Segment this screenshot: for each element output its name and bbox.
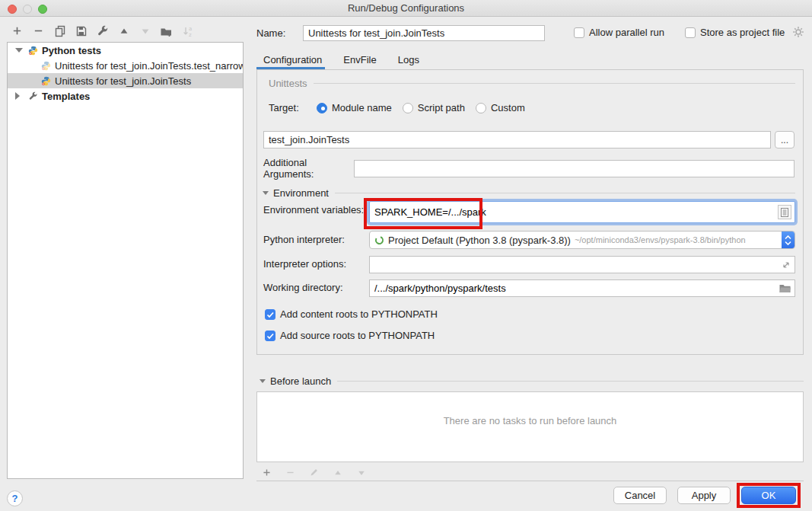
- module-name-row: ...: [263, 131, 794, 149]
- unittests-group-header: Unittests: [269, 78, 795, 89]
- remove-icon[interactable]: [32, 24, 45, 37]
- python-interpreter-label: Python interpreter:: [263, 234, 345, 245]
- python-interpreter-select[interactable]: Project Default (Python 3.8 (pyspark-3.8…: [369, 231, 795, 249]
- run-debug-configurations-dialog: Run/Debug Configurations az Python tests: [0, 0, 812, 511]
- environment-group-title: Environment: [273, 187, 329, 199]
- tab-configuration[interactable]: Configuration: [256, 53, 329, 69]
- environment-variables-input[interactable]: [370, 202, 778, 222]
- move-down-icon: [139, 24, 151, 37]
- module-name-input[interactable]: [263, 131, 771, 149]
- add-source-roots-label: Add source roots to PYTHONPATH: [280, 330, 435, 341]
- ok-button[interactable]: OK: [741, 487, 796, 504]
- python-run-config-icon: [41, 76, 51, 86]
- help-label: ?: [12, 493, 18, 504]
- radio-script-path-label[interactable]: Script path: [418, 102, 465, 113]
- tree-item-unittests-jointests-selected[interactable]: Unittests for test_join.JoinTests: [8, 73, 243, 88]
- browse-label: ...: [781, 135, 788, 145]
- tree-item-label: Unittests for test_join.JoinTests: [55, 75, 191, 87]
- chevron-down-icon[interactable]: [15, 48, 23, 53]
- active-tab-indicator: [256, 67, 325, 69]
- name-label: Name:: [256, 27, 285, 39]
- add-content-roots-option[interactable]: Add content roots to PYTHONPATH: [265, 308, 438, 320]
- before-launch-task-list: There are no tasks to run before launch: [256, 391, 804, 462]
- radio-script-path[interactable]: [403, 103, 413, 113]
- allow-parallel-run-option[interactable]: Allow parallel run: [574, 27, 664, 38]
- divider: [256, 481, 804, 481]
- remove-icon: [284, 466, 297, 479]
- folder-icon[interactable]: [779, 284, 791, 293]
- add-icon[interactable]: [11, 24, 24, 37]
- unittests-group-title: Unittests: [269, 78, 307, 89]
- edit-environment-variables-icon[interactable]: [778, 205, 791, 219]
- allow-parallel-run-checkbox[interactable]: [574, 27, 584, 38]
- add-content-roots-checkbox[interactable]: [265, 309, 275, 320]
- conda-env-icon: [374, 235, 384, 245]
- configurations-toolbar: az: [11, 24, 194, 37]
- collapse-triangle-icon[interactable]: [263, 191, 269, 195]
- copy-icon[interactable]: [53, 24, 66, 37]
- config-tabs: Configuration EnvFile Logs: [256, 53, 426, 69]
- sort-alphabetically-icon: az: [181, 24, 194, 37]
- add-source-roots-option[interactable]: Add source roots to PYTHONPATH: [265, 330, 435, 341]
- before-launch-toolbar: [260, 466, 368, 479]
- additional-arguments-row: Additional Arguments:: [263, 157, 794, 180]
- apply-button[interactable]: Apply: [677, 487, 731, 504]
- environment-group-header[interactable]: Environment: [263, 187, 795, 199]
- name-input[interactable]: [303, 25, 545, 41]
- tree-item-label: Unittests for test_join.JoinTests.test_n…: [55, 60, 243, 72]
- tree-item-label: Python tests: [42, 45, 101, 56]
- new-folder-icon[interactable]: [160, 24, 173, 37]
- additional-arguments-input[interactable]: [354, 160, 794, 177]
- help-button[interactable]: ?: [7, 490, 23, 506]
- store-as-project-file-option[interactable]: Store as project file: [685, 27, 785, 38]
- move-up-icon: [331, 466, 344, 479]
- add-icon[interactable]: [260, 466, 273, 479]
- python-interpreter-path: ~/opt/miniconda3/envs/pyspark-3.8/bin/py…: [575, 235, 779, 244]
- store-as-project-file-checkbox[interactable]: [685, 27, 696, 38]
- tree-item-unittests-test-narrow[interactable]: Unittests for test_join.JoinTests.test_n…: [8, 58, 243, 73]
- combobox-stepper-icon[interactable]: [782, 231, 794, 249]
- python-interpreter-value: Project Default (Python 3.8 (pyspark-3.8…: [388, 235, 571, 246]
- radio-custom-label[interactable]: Custom: [491, 102, 525, 113]
- working-directory-input[interactable]: [370, 280, 779, 296]
- radio-module-name[interactable]: [317, 103, 327, 113]
- python-tests-icon: [28, 46, 38, 56]
- collapse-triangle-icon[interactable]: [260, 379, 266, 383]
- tab-logs[interactable]: Logs: [391, 53, 426, 69]
- interpreter-options-field: [369, 256, 795, 273]
- move-up-icon[interactable]: [117, 24, 130, 37]
- additional-arguments-label: Additional Arguments:: [263, 157, 354, 180]
- add-source-roots-checkbox[interactable]: [265, 331, 275, 341]
- environment-variables-field: [369, 201, 795, 223]
- svg-text:z: z: [189, 31, 192, 37]
- save-icon[interactable]: [75, 24, 88, 37]
- edit-templates-wrench-icon[interactable]: [96, 24, 109, 37]
- move-down-icon: [355, 466, 368, 479]
- title-bar: Run/Debug Configurations: [0, 0, 812, 17]
- before-launch-header[interactable]: Before launch: [260, 375, 804, 387]
- python-run-config-icon: [41, 61, 51, 71]
- edit-pencil-icon: [307, 466, 320, 479]
- radio-module-name-label[interactable]: Module name: [332, 102, 392, 113]
- before-launch-title: Before launch: [270, 375, 331, 387]
- expand-icon[interactable]: [782, 260, 791, 270]
- radio-custom[interactable]: [476, 103, 486, 113]
- store-as-project-file-label: Store as project file: [700, 27, 785, 38]
- browse-button[interactable]: ...: [775, 131, 794, 149]
- add-content-roots-label: Add content roots to PYTHONPATH: [280, 308, 438, 320]
- configurations-tree: Python tests Unittests for test_join.Joi…: [7, 42, 244, 479]
- gear-icon[interactable]: [792, 26, 804, 40]
- tab-envfile[interactable]: EnvFile: [336, 53, 383, 69]
- chevron-right-icon[interactable]: [15, 92, 23, 100]
- allow-parallel-run-label: Allow parallel run: [589, 27, 664, 38]
- interpreter-options-input[interactable]: [370, 257, 782, 273]
- tree-item-python-tests[interactable]: Python tests: [8, 43, 243, 58]
- cancel-button[interactable]: Cancel: [613, 487, 667, 504]
- window-title: Run/Debug Configurations: [0, 0, 812, 17]
- working-directory-field: [369, 279, 795, 297]
- environment-variables-label: Environment variables:: [263, 204, 364, 216]
- working-directory-label: Working directory:: [263, 282, 343, 293]
- templates-wrench-icon: [28, 91, 38, 101]
- tree-item-templates[interactable]: Templates: [8, 88, 243, 104]
- configuration-tab-content: Unittests Target: Module name Script pat…: [256, 69, 804, 355]
